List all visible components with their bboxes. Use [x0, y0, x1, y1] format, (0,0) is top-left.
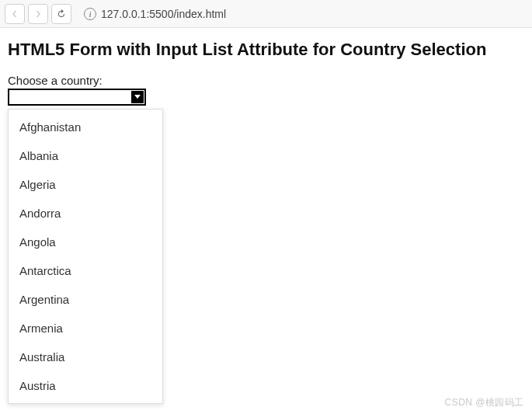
country-datalist-popup: Afghanistan Albania Algeria Andorra Ango… [8, 109, 163, 404]
list-item[interactable]: Australia [9, 343, 162, 371]
country-input[interactable] [8, 89, 146, 106]
watermark: CSDN @桃园码工 [444, 396, 524, 409]
list-item[interactable]: Andorra [9, 199, 162, 228]
country-combo: Afghanistan Albania Algeria Andorra Ango… [8, 89, 146, 106]
reload-icon [57, 9, 66, 19]
list-item[interactable]: Austria [9, 371, 162, 400]
chevron-left-icon [11, 10, 19, 18]
back-button[interactable] [5, 4, 25, 24]
list-item[interactable]: Argentina [9, 285, 162, 314]
browser-toolbar: i 127.0.0.1:5500/index.html [0, 0, 532, 28]
url-text: 127.0.0.1:5500/index.html [101, 8, 226, 20]
list-item[interactable]: Afghanistan [9, 113, 162, 141]
page-title: HTML5 Form with Input List Attribute for… [8, 39, 524, 61]
list-item[interactable]: Algeria [9, 170, 162, 199]
address-bar[interactable]: i 127.0.0.1:5500/index.html [81, 4, 527, 24]
list-item[interactable]: Albania [9, 141, 162, 170]
info-icon: i [84, 8, 96, 20]
list-item[interactable]: Angola [9, 228, 162, 256]
reload-button[interactable] [51, 4, 71, 24]
list-item[interactable]: Armenia [9, 314, 162, 343]
page-content: HTML5 Form with Input List Attribute for… [0, 28, 532, 117]
list-item[interactable]: Antarctica [9, 256, 162, 285]
chevron-right-icon [34, 10, 42, 18]
forward-button[interactable] [28, 4, 48, 24]
country-label: Choose a country: [8, 74, 524, 87]
